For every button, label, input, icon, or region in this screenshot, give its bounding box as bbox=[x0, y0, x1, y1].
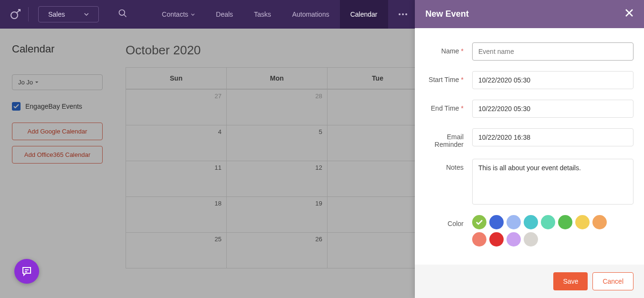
check-icon bbox=[13, 104, 19, 109]
close-icon bbox=[625, 9, 633, 17]
nav-label: Automations bbox=[292, 10, 329, 18]
color-swatch[interactable] bbox=[524, 215, 538, 229]
calendar-cell[interactable]: 20 bbox=[327, 196, 428, 232]
search-icon bbox=[118, 9, 127, 18]
top-nav: Contacts Deals Tasks Automations Calenda… bbox=[151, 0, 418, 29]
color-swatch[interactable] bbox=[472, 232, 486, 247]
nav-label: Tasks bbox=[254, 10, 271, 18]
filter-label: EngageBay Events bbox=[25, 103, 82, 110]
close-button[interactable] bbox=[625, 9, 633, 20]
panel-body: Name * Start Time * End Time * Email Rem… bbox=[415, 28, 644, 265]
label-color: Color bbox=[420, 215, 472, 227]
weekday-header: Mon bbox=[227, 68, 327, 89]
weekday-header: Tue bbox=[327, 68, 428, 89]
end-time-input[interactable] bbox=[472, 100, 633, 118]
svg-point-4 bbox=[405, 13, 407, 15]
calendar-cell[interactable]: 18 bbox=[126, 196, 227, 232]
color-swatch[interactable] bbox=[592, 215, 607, 229]
calendar-cell[interactable]: 27 bbox=[126, 89, 227, 125]
module-label: Sales bbox=[48, 10, 65, 18]
nav-tasks[interactable]: Tasks bbox=[243, 0, 282, 29]
add-office365-calendar-button[interactable]: Add Office365 Calendar bbox=[12, 146, 103, 164]
divider bbox=[28, 7, 29, 21]
calendar-cell[interactable]: 4 bbox=[126, 125, 227, 161]
color-swatch[interactable] bbox=[507, 232, 521, 247]
calendar-cell[interactable]: 11 bbox=[126, 161, 227, 196]
label-start: Start Time * bbox=[420, 71, 472, 83]
svg-point-3 bbox=[402, 13, 404, 15]
save-button[interactable]: Save bbox=[553, 272, 588, 290]
label-name: Name * bbox=[420, 42, 472, 55]
app-logo bbox=[10, 9, 21, 20]
notes-textarea[interactable] bbox=[472, 159, 633, 205]
nav-label: Deals bbox=[216, 10, 233, 18]
color-swatch[interactable] bbox=[472, 215, 486, 229]
chat-icon bbox=[21, 266, 32, 277]
nav-contacts[interactable]: Contacts bbox=[151, 0, 205, 29]
search-button[interactable] bbox=[118, 9, 127, 20]
color-swatch[interactable] bbox=[575, 215, 590, 229]
reminder-input[interactable] bbox=[472, 128, 633, 146]
chat-fab[interactable] bbox=[14, 259, 39, 284]
start-time-input[interactable] bbox=[472, 71, 633, 89]
color-swatch[interactable] bbox=[558, 215, 572, 229]
checkbox-checked[interactable] bbox=[12, 102, 21, 111]
color-swatch[interactable] bbox=[524, 232, 538, 247]
filter-row[interactable]: EngageBay Events bbox=[12, 102, 106, 111]
calendar-cell[interactable]: 25 bbox=[126, 232, 227, 268]
event-name-input[interactable] bbox=[472, 42, 633, 61]
calendar-cell[interactable]: 28 bbox=[227, 89, 327, 125]
color-swatches bbox=[472, 215, 620, 247]
label-notes: Notes bbox=[420, 159, 472, 171]
page-title: Calendar bbox=[12, 43, 106, 55]
color-swatch[interactable] bbox=[489, 215, 504, 229]
sidebar: Calendar Jo Jo EngageBay Events Add Goog… bbox=[0, 29, 118, 298]
add-google-calendar-button[interactable]: Add Google Calendar bbox=[12, 123, 103, 140]
nav-more[interactable] bbox=[388, 0, 418, 29]
user-label: Jo Jo bbox=[18, 79, 33, 86]
nav-label: Contacts bbox=[162, 10, 188, 18]
user-dropdown[interactable]: Jo Jo bbox=[12, 74, 103, 90]
calendar-cell[interactable]: 26 bbox=[227, 232, 327, 268]
calendar-cell[interactable]: 5 bbox=[227, 125, 327, 161]
calendar-cell[interactable]: 13 bbox=[327, 161, 428, 196]
color-swatch[interactable] bbox=[489, 232, 504, 247]
label-reminder: Email Reminder bbox=[420, 128, 472, 148]
nav-label: Calendar bbox=[350, 10, 378, 18]
more-icon bbox=[399, 13, 407, 15]
calendar-cell[interactable]: 6 bbox=[327, 125, 428, 161]
svg-point-1 bbox=[119, 10, 125, 16]
panel-title: New Event bbox=[425, 9, 469, 19]
calendar-cell[interactable]: 29 bbox=[327, 89, 428, 125]
svg-point-2 bbox=[399, 13, 401, 15]
chevron-down-icon bbox=[191, 13, 195, 16]
panel-header: New Event bbox=[415, 0, 644, 28]
caret-down-icon bbox=[35, 81, 39, 83]
calendar-cell[interactable]: 27 bbox=[327, 232, 428, 268]
calendar-cell[interactable]: 19 bbox=[227, 196, 327, 232]
weekday-header: Sun bbox=[126, 68, 227, 89]
check-icon bbox=[476, 220, 483, 225]
nav-automations[interactable]: Automations bbox=[282, 0, 340, 29]
nav-calendar[interactable]: Calendar bbox=[340, 0, 388, 29]
color-swatch[interactable] bbox=[507, 215, 521, 229]
new-event-panel: New Event Name * Start Time * End Time *… bbox=[415, 0, 644, 298]
svg-point-0 bbox=[11, 12, 18, 19]
panel-footer: Save Cancel bbox=[415, 265, 644, 298]
color-swatch[interactable] bbox=[541, 215, 555, 229]
calendar-cell[interactable]: 12 bbox=[227, 161, 327, 196]
cancel-button[interactable]: Cancel bbox=[592, 272, 633, 290]
nav-deals[interactable]: Deals bbox=[205, 0, 243, 29]
label-end: End Time * bbox=[420, 100, 472, 112]
chevron-down-icon bbox=[84, 13, 89, 16]
module-dropdown[interactable]: Sales bbox=[38, 6, 99, 22]
